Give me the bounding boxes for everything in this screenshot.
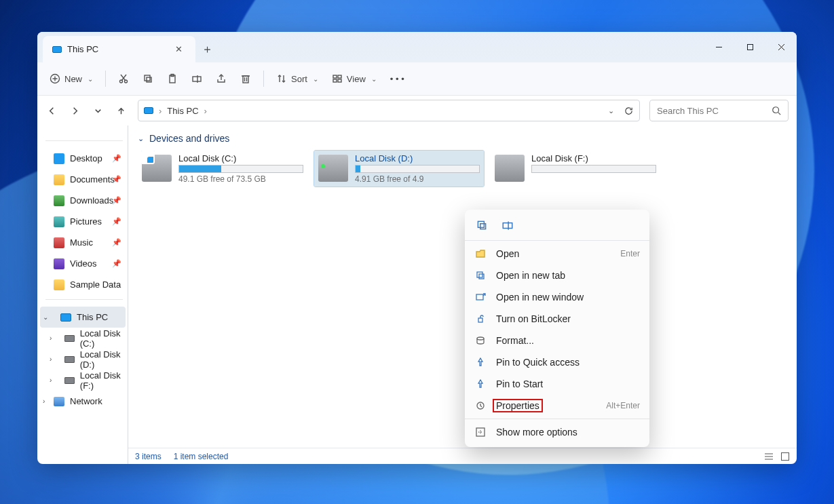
thumbnails-view-icon[interactable] (780, 452, 790, 461)
sidebar-item-network[interactable]: › Network (40, 391, 126, 412)
chevron-right-icon[interactable]: › (50, 376, 52, 384)
sidebar-item-videos[interactable]: Videos📌 (40, 253, 126, 274)
content-pane: ⌄ Devices and drives Local Disk (C:)49.1… (128, 125, 797, 448)
svg-rect-32 (480, 224, 486, 229)
sidebar-item-this-pc[interactable]: ⌄ This PC (40, 307, 126, 328)
context-menu: OpenEnterOpen in new tabOpen in new wind… (465, 210, 649, 447)
menu-item-icon (474, 248, 487, 259)
view-button[interactable]: View⌄ (326, 68, 382, 90)
drive-item[interactable]: Local Disk (C:)49.1 GB free of 73.5 GB (138, 151, 307, 187)
new-tab-button[interactable]: ＋ (195, 36, 219, 62)
sort-button[interactable]: Sort⌄ (271, 68, 324, 90)
storage-bar (531, 165, 656, 173)
ctx-pin-to-start[interactable]: Pin to Start (465, 373, 649, 395)
rename-button[interactable] (186, 68, 208, 90)
svg-rect-35 (477, 272, 482, 277)
svg-rect-33 (503, 223, 512, 229)
svg-rect-1 (747, 45, 753, 50)
navigation-bar: › This PC › ⌄ Search This PC (37, 96, 797, 125)
network-icon (54, 397, 64, 406)
tab-title: This PC (67, 44, 98, 54)
share-button[interactable] (210, 68, 232, 90)
drive-item[interactable]: Local Disk (F:) (491, 151, 660, 187)
titlebar: This PC ✕ ＋ (37, 32, 797, 62)
details-view-icon[interactable] (764, 452, 774, 461)
drive-icon (64, 356, 75, 363)
svg-rect-17 (243, 76, 248, 83)
drive-icon (64, 335, 75, 342)
sidebar-item-drive[interactable]: ›Local Disk (D:) (40, 349, 126, 370)
chevron-right-icon[interactable]: › (50, 334, 52, 342)
sidebar-item-sample-data[interactable]: Sample Data (40, 274, 126, 295)
ctx-show-more-options[interactable]: Show more options (465, 421, 649, 443)
menu-item-icon (474, 379, 487, 389)
drive-icon (142, 155, 172, 182)
sidebar-item-pictures[interactable]: Pictures📌 (40, 211, 126, 232)
close-window-button[interactable] (765, 32, 797, 62)
folder-icon (54, 258, 64, 269)
ctx-format-[interactable]: Format... (465, 330, 649, 351)
tab-this-pc[interactable]: This PC ✕ (43, 36, 195, 62)
chevron-right-icon[interactable]: › (50, 355, 52, 363)
pin-icon: 📌 (112, 196, 121, 205)
chevron-down-icon[interactable]: ⌄ (43, 313, 48, 321)
sidebar-item-drive[interactable]: ›Local Disk (C:) (40, 328, 126, 349)
maximize-button[interactable] (734, 32, 765, 62)
paste-button[interactable] (162, 68, 183, 90)
copy-button[interactable] (137, 68, 159, 90)
menu-item-icon (474, 335, 487, 346)
sidebar-item-downloads[interactable]: Downloads📌 (40, 190, 126, 211)
ctx-properties[interactable]: PropertiesAlt+Enter (465, 395, 649, 416)
forward-button[interactable] (64, 100, 85, 121)
copy-icon[interactable] (474, 218, 489, 233)
ctx-pin-to-quick-access[interactable]: Pin to Quick access (465, 351, 649, 373)
chevron-right-icon[interactable]: › (43, 398, 45, 405)
address-text: This PC (167, 106, 198, 116)
back-button[interactable] (41, 100, 62, 121)
chevron-down-icon: ⌄ (88, 75, 93, 83)
up-button[interactable] (111, 100, 131, 121)
minimize-button[interactable] (703, 32, 734, 62)
shortcut-hint: Enter (620, 249, 640, 258)
menu-item-icon (474, 400, 487, 411)
search-input[interactable]: Search This PC (649, 100, 789, 121)
drive-name: Local Disk (F:) (531, 153, 656, 163)
menu-item-icon (474, 313, 487, 324)
svg-rect-24 (338, 79, 341, 82)
refresh-icon[interactable] (624, 106, 634, 116)
ctx-turn-on-bitlocker[interactable]: Turn on BitLocker (465, 308, 649, 330)
drive-item[interactable]: Local Disk (D:)4.91 GB free of 4.9 (314, 151, 484, 187)
group-header-devices[interactable]: ⌄ Devices and drives (138, 133, 789, 144)
monitor-icon (52, 46, 62, 53)
recent-button[interactable] (88, 100, 108, 121)
drive-free-text: 49.1 GB free of 73.5 GB (178, 174, 303, 184)
more-options-icon (474, 427, 487, 438)
address-bar[interactable]: › This PC › ⌄ (138, 100, 640, 121)
command-toolbar: New⌄ Sort⌄ View⌄ • • • (37, 62, 797, 96)
status-selected-count: 1 item selected (174, 452, 229, 461)
pin-icon: 📌 (112, 175, 121, 184)
search-icon (772, 106, 781, 115)
svg-rect-12 (147, 77, 151, 82)
svg-rect-23 (333, 79, 337, 82)
sidebar-item-documents[interactable]: Documents📌 (40, 169, 126, 190)
new-button[interactable]: New⌄ (44, 68, 98, 90)
more-button[interactable]: • • • (385, 68, 410, 90)
sidebar-item-music[interactable]: Music📌 (40, 232, 126, 253)
ctx-open-in-new-tab[interactable]: Open in new tab (465, 265, 649, 286)
drive-name: Local Disk (C:) (178, 153, 303, 163)
file-explorer-window: This PC ✕ ＋ New⌄ Sort⌄ View⌄ • • • (37, 32, 797, 464)
pin-icon: 📌 (112, 238, 121, 247)
folder-icon (54, 216, 64, 227)
ctx-open-in-new-window[interactable]: Open in new window (465, 286, 649, 308)
delete-button[interactable] (235, 68, 257, 90)
sidebar-item-drive[interactable]: ›Local Disk (F:) (40, 370, 126, 391)
svg-rect-38 (478, 318, 482, 322)
ctx-open[interactable]: OpenEnter (465, 243, 649, 265)
storage-bar (178, 165, 303, 173)
cut-button[interactable] (113, 68, 134, 90)
rename-icon[interactable] (500, 218, 515, 233)
sidebar-item-desktop[interactable]: Desktop📌 (40, 148, 126, 169)
chevron-down-icon[interactable]: ⌄ (608, 106, 614, 115)
close-tab-icon[interactable]: ✕ (171, 44, 186, 54)
